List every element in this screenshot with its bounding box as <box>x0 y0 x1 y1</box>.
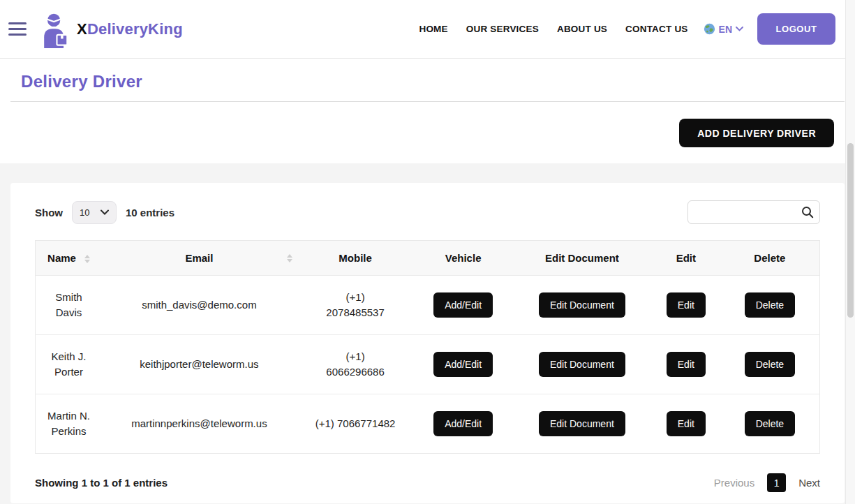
column-header-mobile: Mobile <box>297 241 415 276</box>
driver-name: Martin N. Perkins <box>36 394 103 454</box>
edit-button[interactable]: Edit <box>667 352 706 377</box>
delete-button[interactable]: Delete <box>745 352 795 377</box>
navbar-left: XDeliveryKing <box>6 10 183 48</box>
navbar: XDeliveryKing HOME OUR SERVICES ABOUT US… <box>0 0 855 59</box>
language-selector[interactable]: EN <box>704 23 743 35</box>
add-button-row: ADD DELIVERY DRIVER <box>21 119 834 147</box>
show-label: Show <box>35 207 63 218</box>
nav-link-our-services[interactable]: OUR SERVICES <box>466 24 539 34</box>
page-size-control: Show 10 10 entries <box>35 201 174 224</box>
vehicle-add-edit-button[interactable]: Add/Edit <box>433 411 493 436</box>
edit-document-button[interactable]: Edit Document <box>539 411 625 436</box>
column-header-edit: Edit <box>652 241 720 276</box>
page-title: Delivery Driver <box>21 72 834 91</box>
nav-link-home[interactable]: HOME <box>419 24 447 34</box>
previous-page-button[interactable]: Previous <box>714 477 754 489</box>
globe-icon <box>704 23 715 35</box>
brand-logo[interactable]: XDeliveryKing <box>38 10 183 48</box>
driver-name: Keith J. Porter <box>36 335 103 394</box>
nav-link-contact-us[interactable]: CONTACT US <box>625 24 688 34</box>
driver-email: smith_davis@demo.com <box>102 276 297 335</box>
sort-icon <box>84 255 90 263</box>
column-header-vehicle: Vehicle <box>414 241 512 276</box>
column-header-delete: Delete <box>720 241 820 276</box>
chevron-down-icon <box>101 209 109 215</box>
table-controls: Show 10 10 entries <box>35 200 820 224</box>
page-size-value: 10 <box>80 207 89 218</box>
nav-link-about-us[interactable]: ABOUT US <box>557 24 607 34</box>
driver-mobile: (+1) 6066296686 <box>297 335 415 394</box>
delete-button[interactable]: Delete <box>745 411 795 436</box>
search-icon[interactable] <box>801 206 814 218</box>
pagination: Previous 1 Next <box>714 473 820 492</box>
driver-email: keithjporter@teleworm.us <box>102 335 297 394</box>
edit-button[interactable]: Edit <box>667 411 706 436</box>
edit-button[interactable]: Edit <box>667 292 706 318</box>
table-row: Smith Davis smith_davis@demo.com (+1) 20… <box>36 276 820 335</box>
showing-entries-text: Showing 1 to 1 of 1 entries <box>35 477 168 489</box>
scrollbar-thumb[interactable] <box>847 143 854 318</box>
entries-count-label: 10 entries <box>126 207 174 218</box>
delete-button[interactable]: Delete <box>745 292 795 318</box>
delivery-person-icon <box>38 10 71 48</box>
vehicle-add-edit-button[interactable]: Add/Edit <box>433 352 493 377</box>
sort-icon <box>287 254 292 262</box>
driver-name: Smith Davis <box>36 276 103 335</box>
driver-mobile: (+1) 2078485537 <box>297 276 415 335</box>
scrollbar[interactable] <box>845 0 855 504</box>
logout-button[interactable]: LOGOUT <box>757 13 835 45</box>
navbar-menu: HOME OUR SERVICES ABOUT US CONTACT US EN… <box>401 13 835 45</box>
table-header-row: Name Email Mobile Vehicle Edit Document … <box>36 241 820 276</box>
table-row: Martin N. Perkins martinnperkins@telewor… <box>36 394 820 454</box>
drivers-table-card: Show 10 10 entries Name <box>10 183 845 503</box>
column-header-email[interactable]: Email <box>102 241 297 276</box>
driver-email: martinnperkins@teleworm.us <box>102 394 297 454</box>
current-page-button[interactable]: 1 <box>767 473 786 492</box>
table-row: Keith J. Porter keithjporter@teleworm.us… <box>36 335 820 394</box>
search-box <box>687 200 820 224</box>
language-code: EN <box>719 24 732 35</box>
vehicle-add-edit-button[interactable]: Add/Edit <box>433 292 493 318</box>
menu-icon[interactable] <box>8 22 29 36</box>
column-header-name[interactable]: Name <box>36 241 103 276</box>
title-divider <box>10 101 845 102</box>
page-size-select[interactable]: 10 <box>72 201 117 224</box>
edit-document-button[interactable]: Edit Document <box>539 292 625 318</box>
brand-name: XDeliveryKing <box>77 20 183 38</box>
search-input[interactable] <box>687 200 820 224</box>
chevron-down-icon <box>736 27 743 31</box>
page-header-section: Delivery Driver ADD DELIVERY DRIVER <box>0 59 855 163</box>
next-page-button[interactable]: Next <box>798 477 820 489</box>
column-header-edit-document: Edit Document <box>512 241 652 276</box>
table-footer: Showing 1 to 1 of 1 entries Previous 1 N… <box>35 473 820 492</box>
drivers-table: Name Email Mobile Vehicle Edit Document … <box>35 240 820 454</box>
edit-document-button[interactable]: Edit Document <box>539 352 625 377</box>
add-delivery-driver-button[interactable]: ADD DELIVERY DRIVER <box>679 119 834 147</box>
driver-mobile: (+1) 7066771482 <box>297 394 415 454</box>
